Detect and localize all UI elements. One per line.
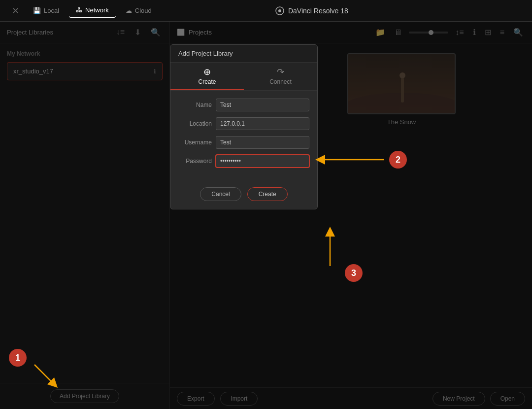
app-title-area: DaVinci Resolve 18	[275, 6, 348, 15]
tab-network[interactable]: 🖧 Network	[69, 3, 116, 18]
svg-point-1	[278, 9, 281, 12]
davinci-logo-icon	[275, 6, 284, 15]
close-button[interactable]: ✕	[8, 3, 23, 18]
dialog-body: Name Location Username Password	[170, 91, 317, 181]
app-title: DaVinci Resolve 18	[288, 7, 348, 15]
username-input[interactable]	[216, 136, 309, 149]
arrow-1	[20, 360, 69, 389]
location-label: Location	[178, 120, 212, 127]
local-icon: 💾	[33, 7, 41, 14]
username-label: Username	[178, 139, 212, 146]
tab-cloud-label: Cloud	[135, 7, 152, 14]
title-bar: ✕ 💾 Local 🖧 Network ☁ Cloud DaVinci Reso…	[0, 0, 532, 22]
arrow-2	[315, 151, 394, 170]
cancel-button[interactable]: Cancel	[200, 187, 241, 201]
title-tabs: ✕ 💾 Local 🖧 Network ☁ Cloud	[8, 3, 159, 18]
annotation-3: 3	[345, 264, 363, 282]
network-icon: 🖧	[76, 6, 82, 14]
create-button[interactable]: Create	[247, 187, 288, 201]
create-tab-icon: ⊕	[203, 67, 211, 77]
location-input[interactable]	[216, 117, 309, 130]
svg-line-6	[34, 365, 54, 384]
dialog-tabs: ⊕ Create ↷ Connect	[170, 63, 317, 91]
password-input[interactable]	[216, 155, 309, 168]
cloud-icon: ☁	[126, 7, 132, 14]
username-field-row: Username	[178, 136, 309, 149]
connect-tab-icon: ↷	[277, 67, 284, 77]
password-field-row: Password	[178, 155, 309, 168]
name-input[interactable]	[216, 99, 309, 111]
tab-local-label: Local	[44, 7, 59, 14]
tab-local[interactable]: 💾 Local	[26, 4, 66, 17]
dialog-tab-create-label: Create	[198, 78, 216, 85]
annotation-2-number: 2	[396, 155, 400, 165]
dialog-actions: Cancel Create	[170, 181, 317, 209]
location-field-row: Location	[178, 117, 309, 130]
dialog-title: Add Project Library	[170, 45, 317, 63]
annotation-3-number: 3	[351, 268, 356, 278]
add-project-library-dialog: Add Project Library ⊕ Create ↷ Connect N…	[170, 44, 318, 209]
arrow-3	[305, 227, 345, 271]
dialog-tab-connect-label: Connect	[269, 78, 292, 85]
dialog-tab-create[interactable]: ⊕ Create	[170, 63, 244, 90]
password-label: Password	[178, 158, 212, 165]
dialog-tab-connect[interactable]: ↷ Connect	[244, 63, 317, 90]
tab-network-label: Network	[85, 6, 109, 14]
name-field-row: Name	[178, 99, 309, 111]
name-label: Name	[178, 102, 212, 108]
tab-cloud[interactable]: ☁ Cloud	[119, 4, 159, 17]
